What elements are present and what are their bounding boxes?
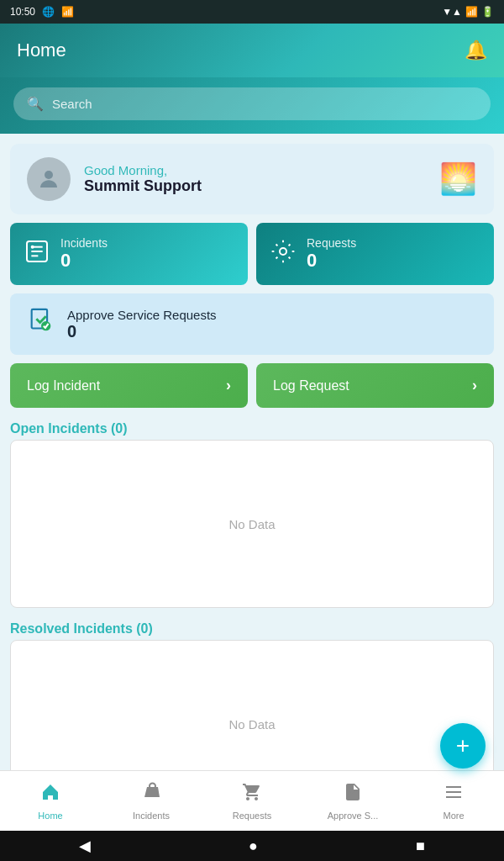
search-icon: 🔍 bbox=[27, 96, 44, 112]
approve-icon bbox=[27, 307, 55, 341]
log-incident-arrow-icon: › bbox=[226, 377, 231, 394]
approve-card[interactable]: Approve Service Requests 0 bbox=[10, 293, 494, 355]
requests-icon bbox=[270, 238, 297, 271]
status-bar: 10:50 🌐 📶 ▼▲ 📶 🔋 bbox=[0, 0, 504, 24]
greeting-morning: Good Morning, bbox=[84, 163, 202, 177]
add-fab-button[interactable]: + bbox=[440, 723, 486, 769]
incidents-icon bbox=[24, 238, 50, 271]
android-system-nav: ◀ ● ■ bbox=[0, 831, 504, 861]
nav-item-approve[interactable]: Approve S... bbox=[302, 771, 403, 831]
incidents-nav-icon bbox=[141, 782, 161, 807]
svg-point-0 bbox=[45, 171, 53, 179]
notification-bell-icon[interactable]: 🔔 bbox=[465, 40, 487, 61]
recents-button[interactable]: ■ bbox=[416, 837, 425, 855]
status-time: 10:50 bbox=[10, 6, 35, 18]
requests-value: 0 bbox=[307, 250, 356, 272]
greeting-card: Good Morning, Summit Support 🌅 bbox=[10, 144, 494, 214]
sunrise-icon: 🌅 bbox=[439, 161, 477, 197]
search-bar[interactable]: 🔍 Search bbox=[13, 87, 491, 120]
resolved-incidents-no-data: No Data bbox=[228, 717, 275, 732]
app-header: Home 🔔 bbox=[0, 24, 504, 77]
svg-point-5 bbox=[31, 245, 34, 248]
open-incidents-header: Open Incidents (0) bbox=[10, 416, 494, 440]
greeting-text: Good Morning, Summit Support bbox=[84, 163, 202, 195]
home-button[interactable]: ● bbox=[249, 837, 258, 855]
stats-row: Incidents 0 Requests 0 bbox=[10, 223, 494, 285]
search-placeholder-text: Search bbox=[52, 97, 92, 111]
log-incident-button[interactable]: Log Incident › bbox=[10, 363, 248, 408]
main-content: Good Morning, Summit Support 🌅 Incidents… bbox=[0, 134, 504, 861]
incidents-card[interactable]: Incidents 0 bbox=[10, 223, 248, 285]
approve-nav-icon bbox=[343, 782, 363, 807]
nav-label-more: More bbox=[443, 811, 464, 821]
open-incidents-panel: No Data bbox=[10, 440, 494, 608]
incidents-stat-info: Incidents 0 bbox=[60, 236, 108, 272]
incidents-value: 0 bbox=[60, 250, 108, 272]
status-time-area: 10:50 🌐 📶 bbox=[10, 6, 74, 18]
open-incidents-no-data: No Data bbox=[228, 517, 275, 531]
more-nav-icon bbox=[444, 782, 464, 807]
nav-label-home: Home bbox=[38, 811, 62, 821]
status-globe-icon: 🌐 bbox=[42, 6, 55, 18]
bottom-navigation: Home Incidents Requests Approve S... bbox=[0, 770, 504, 831]
requests-label: Requests bbox=[307, 236, 356, 250]
nav-label-incidents: Incidents bbox=[133, 811, 170, 821]
requests-nav-icon bbox=[242, 782, 262, 807]
nav-label-approve: Approve S... bbox=[328, 811, 379, 821]
nav-item-more[interactable]: More bbox=[403, 771, 504, 831]
log-request-button[interactable]: Log Request › bbox=[256, 363, 494, 408]
greeting-left: Good Morning, Summit Support bbox=[27, 157, 202, 201]
log-request-arrow-icon: › bbox=[472, 377, 477, 394]
greeting-username: Summit Support bbox=[84, 177, 202, 195]
search-container: 🔍 Search bbox=[0, 77, 504, 134]
battery-icon: 🔋 bbox=[481, 6, 494, 18]
approve-service-label: Approve Service Requests bbox=[67, 308, 217, 322]
svg-point-6 bbox=[280, 248, 286, 255]
requests-card[interactable]: Requests 0 bbox=[256, 223, 494, 285]
incidents-label: Incidents bbox=[60, 236, 108, 250]
status-signal-icon: 📶 bbox=[61, 6, 74, 18]
nav-item-incidents[interactable]: Incidents bbox=[101, 771, 202, 831]
approve-text: Approve Service Requests 0 bbox=[67, 308, 217, 341]
open-incidents-section: Open Incidents (0) No Data bbox=[10, 416, 494, 608]
log-incident-label: Log Incident bbox=[27, 378, 100, 394]
log-buttons-row: Log Incident › Log Request › bbox=[10, 363, 494, 408]
nav-item-home[interactable]: Home bbox=[0, 771, 101, 831]
home-nav-icon bbox=[40, 782, 60, 807]
approve-value: 0 bbox=[67, 322, 217, 341]
back-button[interactable]: ◀ bbox=[79, 837, 91, 855]
requests-stat-info: Requests 0 bbox=[307, 236, 356, 272]
avatar bbox=[27, 157, 71, 201]
nav-item-requests[interactable]: Requests bbox=[202, 771, 302, 831]
wifi-icon: ▼▲ bbox=[442, 6, 462, 18]
status-icons-right: ▼▲ 📶 🔋 bbox=[442, 6, 494, 18]
add-icon: + bbox=[456, 732, 470, 759]
header-title: Home bbox=[17, 40, 66, 61]
nav-label-requests: Requests bbox=[233, 811, 271, 821]
resolved-incidents-header: Resolved Incidents (0) bbox=[10, 616, 494, 640]
signal-bars-icon: 📶 bbox=[465, 6, 478, 18]
log-request-label: Log Request bbox=[273, 378, 349, 394]
